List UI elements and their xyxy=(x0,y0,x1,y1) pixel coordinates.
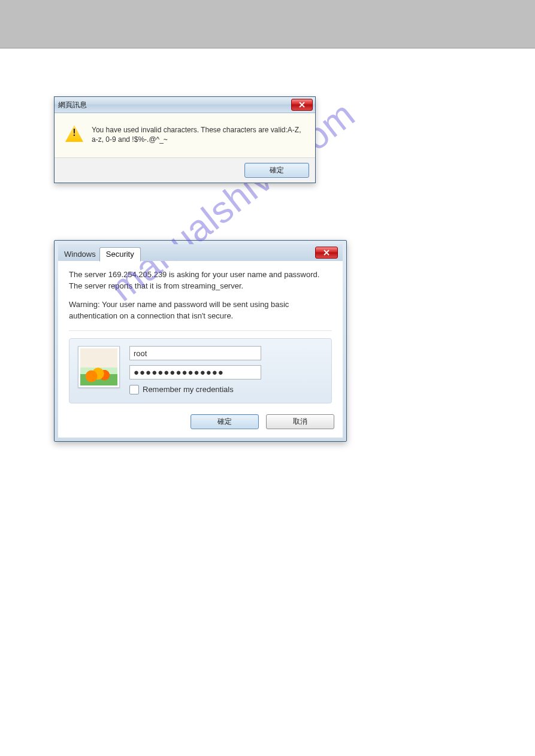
message-dialog-titlebar[interactable]: 網頁訊息 xyxy=(55,97,315,113)
security-dialog-title-prefix: Windows xyxy=(62,250,98,261)
avatar xyxy=(78,346,120,388)
page-header-bar xyxy=(0,0,535,48)
security-dialog-titlebar[interactable]: Windows Security xyxy=(58,244,343,261)
ok-button[interactable]: 確定 xyxy=(244,163,309,178)
security-dialog-line2: Warning: Your user name and password wil… xyxy=(69,299,332,322)
credentials-panel: root ●●●●●●●●●●●●●●● Remember my credent… xyxy=(69,338,332,403)
separator xyxy=(69,330,332,331)
close-icon xyxy=(299,102,305,108)
cancel-button[interactable]: 取消 xyxy=(266,414,334,429)
security-dialog: Windows Security The server 169.254.205.… xyxy=(54,240,347,441)
close-icon xyxy=(324,250,330,256)
close-button[interactable] xyxy=(315,247,338,259)
page-content: manualshive.com 網頁訊息 You have used inval… xyxy=(0,48,535,756)
avatar-image xyxy=(80,348,117,385)
password-field[interactable]: ●●●●●●●●●●●●●●● xyxy=(129,365,261,379)
message-dialog-title: 網頁訊息 xyxy=(58,100,87,110)
close-button[interactable] xyxy=(291,99,313,111)
warning-icon xyxy=(65,125,83,142)
credentials-fields: root ●●●●●●●●●●●●●●● Remember my credent… xyxy=(129,346,323,396)
message-dialog: 網頁訊息 You have used invalid characters. T… xyxy=(54,96,316,183)
security-dialog-line1: The server 169.254.205.239 is asking for… xyxy=(69,269,332,292)
security-dialog-body: The server 169.254.205.239 is asking for… xyxy=(58,261,343,406)
security-dialog-footer: 確定 取消 xyxy=(58,407,343,438)
ok-button[interactable]: 確定 xyxy=(191,414,259,429)
message-dialog-text: You have used invalid characters. These … xyxy=(92,125,304,144)
message-dialog-footer: 確定 xyxy=(55,157,315,183)
remember-credentials-row[interactable]: Remember my credentials xyxy=(129,384,323,396)
remember-checkbox[interactable] xyxy=(129,385,139,394)
username-field[interactable]: root xyxy=(129,346,261,360)
remember-label: Remember my credentials xyxy=(143,384,234,396)
security-dialog-tab[interactable]: Security xyxy=(99,247,141,262)
security-dialog-inner: The server 169.254.205.239 is asking for… xyxy=(58,261,343,437)
message-dialog-body: You have used invalid characters. These … xyxy=(55,113,315,157)
